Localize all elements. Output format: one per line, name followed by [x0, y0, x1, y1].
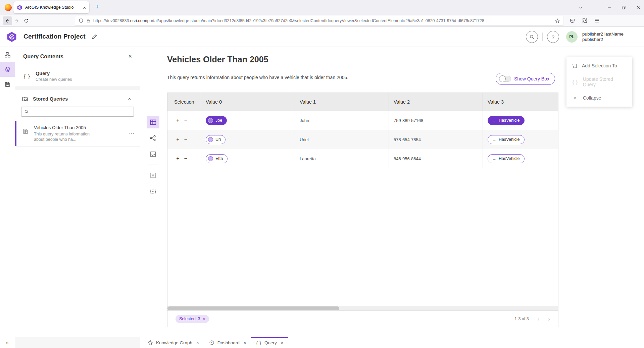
user-avatar[interactable]: PL	[566, 31, 578, 43]
lock-icon[interactable]	[86, 18, 91, 23]
stored-query-title: Vehicles Older Than 2005	[34, 125, 94, 130]
table-view-button[interactable]	[147, 116, 159, 128]
view-rail-divider	[148, 165, 158, 165]
entity-pill[interactable]: Etta	[206, 154, 228, 163]
collapse-menu-item[interactable]: » Collapse	[566, 90, 632, 106]
stored-queries-search-input[interactable]	[31, 109, 131, 114]
add-to-selection-button[interactable]: +	[176, 118, 179, 123]
column-header-selection[interactable]: Selection	[167, 93, 201, 111]
workspace: Query Contents × { } Query Create new qu…	[0, 47, 644, 348]
page-title: Vehicles Older Than 2005	[167, 55, 268, 64]
scrollbar-thumb[interactable]	[167, 306, 339, 310]
entity-node-icon	[208, 156, 213, 161]
update-stored-query-menu-item[interactable]: { } Update Stored Query	[566, 74, 632, 90]
cell-value1[interactable]: John	[295, 111, 389, 130]
add-selection-to-menu-item[interactable]: Add Selection To	[566, 58, 632, 74]
relationship-pill[interactable]: →HasVehicle	[488, 116, 525, 125]
new-query-item[interactable]: { } Query Create new queries	[15, 66, 140, 87]
data-model-button[interactable]	[0, 47, 15, 62]
tab-close-icon[interactable]: ×	[196, 340, 199, 345]
braces-icon: { }	[256, 340, 261, 345]
horizontal-scrollbar[interactable]	[167, 306, 558, 310]
previous-page-icon[interactable]: ‹	[538, 316, 540, 322]
relationship-arrow-icon: →	[492, 118, 496, 123]
tab-list-chevron-icon[interactable]	[578, 5, 583, 10]
column-header-value3[interactable]: Value 3	[483, 93, 558, 111]
user-name[interactable]: publisher2 lastName publisher2	[582, 32, 639, 42]
bookmark-star-icon[interactable]	[555, 18, 560, 23]
relationship-arrow-icon: →	[492, 156, 496, 161]
entity-pill[interactable]: Joe	[206, 116, 227, 125]
back-button[interactable]	[3, 16, 12, 25]
cell-value2[interactable]: 578-654-7854	[389, 130, 483, 149]
cell-value2[interactable]: 759-889-57168	[389, 111, 483, 130]
url-bar[interactable]: https://dev0028833.esri.com/portal/apps/…	[75, 16, 563, 25]
header-divider	[542, 33, 543, 41]
help-button[interactable]: ?	[547, 31, 559, 43]
entity-pill[interactable]: Uri	[206, 135, 226, 144]
reload-button[interactable]	[21, 16, 31, 25]
window-close-button[interactable]	[636, 5, 641, 10]
contents-layers-button[interactable]	[0, 62, 15, 77]
save-button[interactable]	[0, 77, 15, 92]
table-row[interactable]: + − Etta Lauretta 846-956-8644 →HasVehic…	[167, 149, 558, 168]
entity-node-icon	[208, 137, 213, 142]
window-restore-button[interactable]	[622, 5, 626, 10]
pocket-icon[interactable]	[569, 18, 575, 23]
remove-from-selection-button[interactable]: −	[184, 118, 187, 123]
new-tab-button[interactable]: +	[95, 3, 99, 11]
window-minimize-button[interactable]	[607, 5, 611, 10]
add-to-selection-button[interactable]: +	[176, 137, 179, 142]
column-header-value0[interactable]: Value 0	[201, 93, 295, 111]
selected-count-chip[interactable]: Selected: 3 ×	[176, 315, 209, 323]
map-view-button[interactable]	[147, 148, 159, 161]
clear-selection-icon[interactable]: ×	[203, 316, 206, 322]
stored-query-item[interactable]: Vehicles Older Than 2005 This query retu…	[15, 121, 140, 147]
braces-icon: { }	[24, 73, 30, 80]
tab-close-icon[interactable]: ×	[244, 340, 246, 345]
search-button[interactable]	[526, 31, 538, 43]
add-to-selection-button[interactable]: +	[176, 156, 179, 161]
page-description: This query returns information about peo…	[167, 75, 348, 80]
column-header-value1[interactable]: Value 1	[295, 93, 389, 111]
collapse-section-chevron-icon[interactable]	[127, 97, 132, 101]
cell-value2[interactable]: 846-956-8644	[389, 149, 483, 168]
table-row[interactable]: + − Joe John 759-889-57168 →HasVehicle	[167, 111, 558, 130]
left-rail	[0, 47, 15, 337]
query-item-description: Create new queries	[36, 77, 72, 82]
tab-close-icon[interactable]: ×	[281, 340, 284, 345]
link-chart-view-button[interactable]	[147, 132, 159, 144]
stored-queries-header[interactable]: Stored Queries	[15, 90, 140, 105]
user-login: publisher2	[582, 37, 639, 42]
remove-from-selection-button[interactable]: −	[184, 156, 187, 161]
selection-tools-button[interactable]	[147, 185, 159, 198]
new-map-from-selection-button[interactable]	[147, 169, 159, 182]
panel-close-icon[interactable]: ×	[128, 53, 132, 60]
update-stored-query-label: Update Stored Query	[583, 76, 627, 87]
extensions-puzzle-icon[interactable]	[582, 18, 588, 23]
stored-queries-search[interactable]	[21, 107, 134, 117]
tab-close-icon[interactable]: ×	[83, 5, 86, 10]
relationship-pill[interactable]: →HasVehicle	[488, 154, 525, 163]
tab-query[interactable]: { } Query ×	[251, 337, 288, 348]
firefox-logo-icon[interactable]	[5, 4, 12, 11]
next-page-icon[interactable]: ›	[548, 316, 550, 322]
remove-from-selection-button[interactable]: −	[184, 137, 187, 142]
expand-rail-button[interactable]: »	[0, 337, 15, 348]
tab-knowledge-graph[interactable]: Knowledge Graph ×	[143, 337, 204, 348]
cell-value1[interactable]: Lauretta	[295, 149, 389, 168]
relationship-pill[interactable]: →HasVehicle	[488, 135, 525, 144]
toggle-switch[interactable]	[499, 76, 511, 82]
show-query-box-toggle[interactable]: Show Query Box	[496, 73, 555, 85]
tab-knowledge-graph-label: Knowledge Graph	[156, 340, 192, 345]
column-header-value2[interactable]: Value 2	[389, 93, 483, 111]
menu-hamburger-icon[interactable]	[594, 18, 600, 23]
cell-value1[interactable]: Uriel	[295, 130, 389, 149]
edit-project-pencil-icon[interactable]	[91, 34, 97, 40]
forward-button[interactable]	[12, 16, 21, 25]
shield-icon[interactable]	[79, 18, 84, 23]
stored-query-options-icon[interactable]: ⋯	[129, 130, 135, 137]
table-row[interactable]: + − Uri Uriel 578-654-7854 →HasVehicle	[167, 130, 558, 149]
browser-tab[interactable]: ArcGIS Knowledge Studio ×	[13, 1, 89, 13]
tab-dashboard[interactable]: Dashboard ×	[204, 337, 251, 348]
